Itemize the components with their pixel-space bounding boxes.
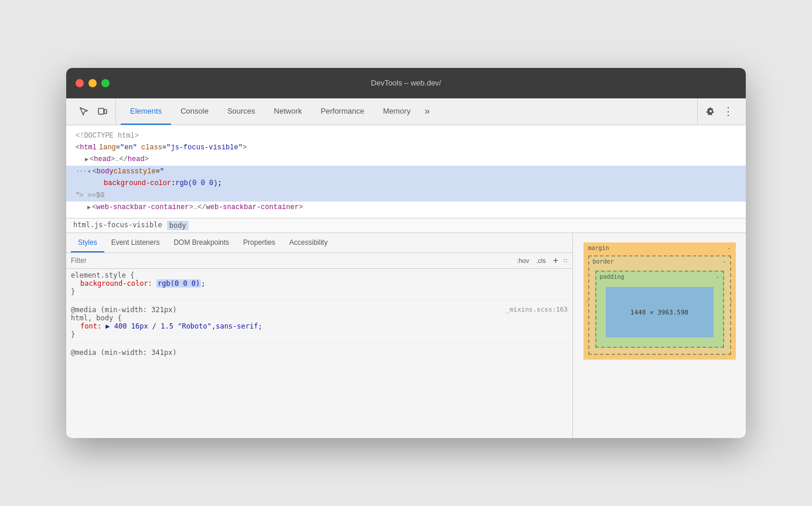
tab-sources[interactable]: Sources: [218, 98, 265, 125]
elements-panel: <!DOCTYPE html> <html lang="en" class="j…: [66, 125, 746, 219]
tab-network[interactable]: Network: [265, 98, 312, 125]
style-rule-media: @media (min-width: 321px) _mixins.scss:1…: [71, 306, 568, 344]
padding-dash: -: [715, 273, 719, 280]
toolbar-right: ⋮: [697, 98, 741, 125]
styles-left-panel: Styles Event Listeners DOM Breakpoints P…: [66, 233, 573, 438]
html-tag-line: <html lang="en" class="js-focus-visible"…: [76, 142, 736, 153]
svg-point-3: [566, 259, 567, 260]
style-rule-element: element.style { background-color: rgb(0 …: [71, 271, 568, 301]
svg-point-2: [564, 259, 565, 260]
subtab-dom-breakpoints[interactable]: DOM Breakpoints: [166, 233, 236, 252]
body-highlighted-row[interactable]: ··· ▾ <body class style=" background-col…: [66, 166, 746, 201]
minimize-button[interactable]: [88, 79, 97, 87]
titlebar: DevTools – web.dev/: [66, 68, 746, 98]
tab-elements[interactable]: Elements: [121, 98, 171, 125]
box-model-panel: margin - - - - border - padding -: [573, 233, 746, 438]
hov-filter-button[interactable]: :hov: [514, 256, 531, 265]
rule-property-bg: background-color: rgb(0 0 0);: [71, 279, 568, 288]
styles-subtabs: Styles Event Listeners DOM Breakpoints P…: [66, 233, 572, 253]
traffic-lights: [76, 79, 110, 87]
filter-buttons: :hov .cls: [514, 256, 548, 265]
filter-row: :hov .cls +: [66, 253, 572, 269]
filter-input[interactable]: [71, 257, 510, 265]
content-size: 1440 × 3963.590: [630, 309, 688, 316]
rule-selector-html-body: html, body {: [71, 314, 568, 322]
subtab-styles[interactable]: Styles: [71, 233, 104, 252]
inspect-element-button[interactable]: [76, 103, 92, 119]
padding-label: padding: [600, 273, 625, 280]
rule-close-1: }: [71, 288, 568, 296]
breadcrumb-bar: html.js-focus-visible body: [66, 218, 746, 233]
window-title: DevTools – web.dev/: [371, 78, 441, 87]
subtab-accessibility[interactable]: Accessibility: [282, 233, 335, 252]
subtab-event-listeners[interactable]: Event Listeners: [104, 233, 167, 252]
devtools-tabs: Elements Console Sources Network Perform…: [121, 98, 692, 125]
breadcrumb-body[interactable]: body: [167, 221, 189, 230]
more-options-button[interactable]: ⋮: [720, 103, 736, 119]
devtools-window: DevTools – web.dev/ Elements Console: [66, 68, 746, 439]
rule-property-font: font: ▶ 400 16px / 1.5 "Roboto",sans-ser…: [71, 322, 568, 330]
tab-memory[interactable]: Memory: [374, 98, 420, 125]
styles-content: element.style { background-color: rgb(0 …: [66, 269, 572, 438]
add-style-button[interactable]: +: [553, 255, 558, 266]
border-dash: -: [722, 258, 726, 265]
cls-filter-button[interactable]: .cls: [534, 256, 548, 265]
styles-panel: Styles Event Listeners DOM Breakpoints P…: [66, 233, 746, 438]
head-line: ▶ <head> … </head>: [76, 153, 736, 165]
svg-point-4: [564, 261, 565, 262]
style-rule-partial: @media (min-width: 341px): [71, 348, 568, 362]
box-model-diagram: margin - - - - border - padding -: [584, 242, 736, 360]
margin-dash-top: -: [727, 245, 731, 251]
breadcrumb-html[interactable]: html.js-focus-visible: [73, 221, 162, 230]
more-tabs-button[interactable]: »: [420, 98, 435, 125]
rule-selector-element: element.style {: [71, 271, 568, 279]
snackbar-line: ▶ <web-snackbar-container> … </web-snack…: [76, 201, 736, 213]
svg-rect-1: [104, 110, 107, 114]
tab-console[interactable]: Console: [171, 98, 218, 125]
tab-performance[interactable]: Performance: [311, 98, 373, 125]
rule-media-query: @media (min-width: 321px) _mixins.scss:1…: [71, 306, 568, 314]
rule-media-query-2: @media (min-width: 341px): [71, 348, 568, 357]
box-content: 1440 × 3963.590: [606, 287, 714, 337]
device-toolbar-button[interactable]: [94, 103, 111, 119]
svg-rect-0: [98, 108, 104, 114]
svg-point-5: [566, 261, 567, 262]
filter-drag-handle: [563, 258, 568, 263]
rule-close-2: }: [71, 330, 568, 339]
toolbar-icons: [71, 98, 116, 125]
border-label: border: [593, 258, 614, 265]
margin-label: margin: [588, 245, 609, 251]
doctype-line: <!DOCTYPE html>: [76, 130, 736, 142]
maximize-button[interactable]: [101, 79, 110, 87]
subtab-properties[interactable]: Properties: [236, 233, 282, 252]
close-button[interactable]: [76, 79, 84, 87]
settings-button[interactable]: [702, 103, 719, 119]
devtools-toolbar: Elements Console Sources Network Perform…: [66, 98, 746, 125]
